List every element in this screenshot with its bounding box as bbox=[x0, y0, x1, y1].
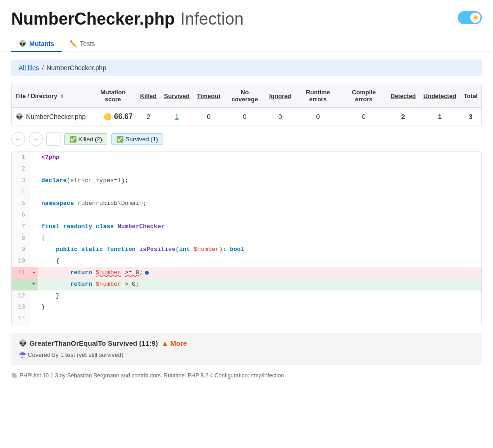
code-line-11-removed: 11 - return $number >= 0; bbox=[12, 267, 481, 279]
mutation-info-panel: 👽 GreaterThanOrEqualTo Survived (11:9) ▲… bbox=[11, 333, 482, 365]
covered-text: ☂️ Covered by 1 test (yet still survived… bbox=[19, 351, 124, 358]
col-runtime-errors[interactable]: Runtime errors bbox=[295, 84, 341, 108]
compile-errors-value: 0 bbox=[341, 108, 387, 126]
toggle-knob: ☀️ bbox=[470, 13, 480, 23]
code-line-1: 1 <?php bbox=[12, 152, 481, 164]
killed-chip-label: ✅ Killed (2) bbox=[69, 136, 102, 143]
filter-empty-checkbox[interactable] bbox=[46, 132, 60, 146]
detected-value: 2 bbox=[387, 108, 420, 126]
file-icon: 👽 bbox=[15, 113, 23, 120]
code-line-12: 12 } bbox=[12, 290, 481, 302]
runtime-errors-value: 0 bbox=[295, 108, 341, 126]
code-line-5: 5 namespace rubenrubiob\Domain; bbox=[12, 198, 481, 210]
page-title-subtitle: Infection bbox=[180, 9, 243, 29]
survived-value[interactable]: 1 bbox=[160, 108, 193, 126]
code-line-3: 3 declare(strict_types=1); bbox=[12, 175, 481, 187]
survived-chip-label: Survived (1) bbox=[125, 136, 158, 143]
breadcrumb-current: NumberChecker.php bbox=[46, 64, 106, 72]
code-line-2: 2 bbox=[12, 164, 481, 175]
timeout-value: 0 bbox=[193, 108, 224, 126]
col-file: File / Directory ℹ bbox=[12, 84, 89, 108]
footer-info: 🐘 PHPUnit 10.1.3 by Sebastian Bergmann a… bbox=[11, 372, 482, 379]
mutations-table: File / Directory ℹ Mutation score Killed… bbox=[11, 84, 482, 126]
code-line-11-added: + return $number > 0; bbox=[12, 279, 481, 290]
mutants-tab-label: Mutants bbox=[29, 40, 54, 47]
breadcrumb-separator: / bbox=[42, 64, 44, 72]
breadcrumb: All files / NumberChecker.php bbox=[11, 59, 482, 76]
code-line-6: 6 bbox=[12, 210, 481, 221]
code-line-9: 9 public static function isPositive(int … bbox=[12, 244, 481, 256]
killed-value: 2 bbox=[137, 108, 160, 126]
tab-tests[interactable]: ✏️ Tests bbox=[62, 36, 103, 52]
code-line-14: 14 bbox=[12, 313, 481, 325]
theme-toggle[interactable]: ☀️ bbox=[458, 11, 482, 24]
tests-tab-icon: ✏️ bbox=[69, 40, 77, 47]
col-survived[interactable]: Survived bbox=[160, 84, 193, 108]
mutants-tab-icon: 👽 bbox=[19, 40, 26, 47]
col-killed[interactable]: Killed bbox=[137, 84, 160, 108]
page-title-filename: NumberChecker.php bbox=[11, 9, 175, 29]
next-button[interactable]: → bbox=[29, 132, 43, 146]
prev-button[interactable]: ← bbox=[11, 132, 25, 146]
mutation-title-text: 👽 GreaterThanOrEqualTo Survived (11:9) bbox=[19, 339, 158, 348]
survived-chip-icon: ✅ bbox=[116, 136, 124, 143]
filter-survived[interactable]: ✅ Survived (1) bbox=[111, 133, 163, 145]
code-line-13: 13 } bbox=[12, 302, 481, 313]
no-coverage-value: 0 bbox=[224, 108, 265, 126]
code-line-8: 8 { bbox=[12, 233, 481, 244]
warning-icon: ▲ bbox=[162, 339, 169, 347]
code-line-10: 10 { bbox=[12, 256, 481, 267]
breadcrumb-all-files[interactable]: All files bbox=[19, 64, 39, 72]
col-no-coverage[interactable]: No coverage bbox=[224, 84, 265, 108]
ignored-value: 0 bbox=[265, 108, 295, 126]
score-value: 66.67 bbox=[114, 112, 133, 121]
col-timeout[interactable]: Timeout bbox=[193, 84, 224, 108]
code-line-7: 7 final readonly class NumberChecker bbox=[12, 221, 481, 233]
col-total: Total bbox=[460, 84, 481, 108]
footer-text: 🐘 PHPUnit 10.1.3 by Sebastian Bergmann a… bbox=[11, 372, 284, 379]
more-label: More bbox=[171, 339, 187, 347]
tabs-bar: 👽 Mutants ✏️ Tests bbox=[0, 29, 493, 52]
col-ignored[interactable]: Ignored bbox=[265, 84, 295, 108]
col-undetected[interactable]: Undetected bbox=[420, 84, 460, 108]
tests-tab-label: Tests bbox=[80, 40, 95, 47]
total-value: 3 bbox=[460, 108, 481, 126]
score-emoji: 🟡 bbox=[104, 113, 112, 120]
file-name: NumberChecker.php bbox=[26, 113, 85, 120]
more-link[interactable]: ▲ More bbox=[162, 339, 187, 347]
filter-killed[interactable]: ✅ Killed (2) bbox=[64, 133, 107, 145]
code-viewer: 1 <?php 2 3 declare(strict_types=1); 4 bbox=[11, 152, 482, 325]
col-compile-errors[interactable]: Compile errors bbox=[341, 84, 387, 108]
table-row: 👽 NumberChecker.php 🟡 66.67 2 1 0 0 bbox=[12, 108, 481, 126]
col-detected[interactable]: Detected bbox=[387, 84, 420, 108]
undetected-value: 1 bbox=[420, 108, 460, 126]
tab-mutants[interactable]: 👽 Mutants bbox=[11, 36, 62, 52]
code-line-4: 4 bbox=[12, 186, 481, 198]
filter-bar: ← → ✅ Killed (2) ✅ Survived (1) bbox=[0, 126, 493, 152]
col-mutation-score[interactable]: Mutation score bbox=[89, 84, 136, 108]
